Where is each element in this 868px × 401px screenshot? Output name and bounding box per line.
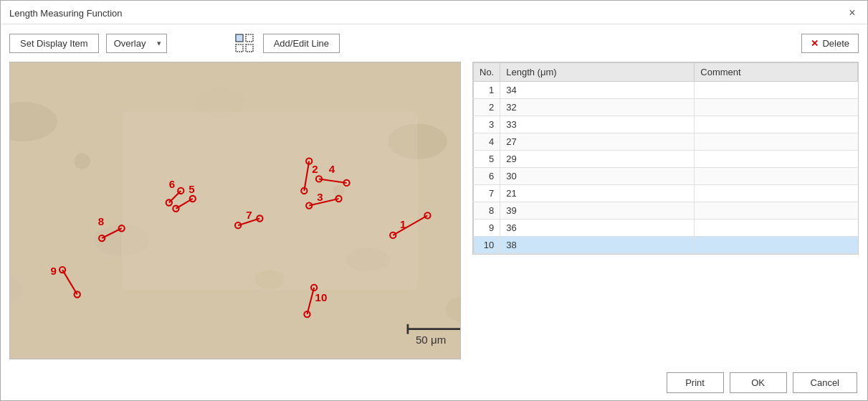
cell-comment — [695, 220, 858, 237]
toolbar: Set Display Item Overlay Original Add/Ed… — [1, 24, 867, 62]
table-row[interactable]: 630 — [474, 168, 858, 185]
delete-label: Delete — [822, 38, 849, 49]
table-row[interactable]: 427 — [474, 133, 858, 151]
add-edit-line-button[interactable]: Add/Edit Line — [263, 34, 340, 53]
cancel-button[interactable]: Cancel — [793, 372, 857, 393]
cell-length: 21 — [500, 185, 695, 202]
cell-no: 5 — [474, 151, 500, 168]
cell-no: 3 — [474, 116, 500, 133]
footer: Print OK Cancel — [1, 365, 867, 400]
microscope-image: 1 2 3 4 5 — [10, 62, 460, 359]
overlay-select[interactable]: Overlay Original — [106, 34, 167, 53]
cell-length: 30 — [500, 168, 695, 185]
cell-no: 8 — [474, 202, 500, 220]
cell-length: 36 — [500, 220, 695, 237]
table-row[interactable]: 936 — [474, 220, 858, 237]
title-bar: Length Measuring Function × — [1, 1, 867, 24]
set-display-button[interactable]: Set Display Item — [9, 34, 99, 53]
table-row[interactable]: 1038 — [474, 237, 858, 254]
svg-text:1: 1 — [400, 218, 406, 230]
col-header-no: No. — [474, 63, 500, 82]
cell-comment — [695, 82, 858, 99]
cell-comment — [695, 185, 858, 202]
cell-comment — [695, 237, 858, 254]
dialog-window: Length Measuring Function × Set Display … — [0, 0, 868, 401]
table-row[interactable]: 721 — [474, 185, 858, 202]
cell-length: 33 — [500, 116, 695, 133]
measurements-table: No. Length (μm) Comment 1342323334275296… — [473, 62, 858, 254]
cell-comment — [695, 202, 858, 220]
target-icon — [234, 33, 254, 53]
svg-rect-3 — [246, 44, 253, 52]
image-panel[interactable]: 1 2 3 4 5 — [9, 62, 461, 359]
cell-comment — [695, 168, 858, 185]
svg-text:50 μm: 50 μm — [416, 334, 446, 346]
close-button[interactable]: × — [846, 6, 859, 19]
svg-rect-2 — [236, 44, 243, 52]
table-row[interactable]: 134 — [474, 82, 858, 99]
target-icon-button[interactable] — [232, 30, 257, 56]
print-button[interactable]: Print — [667, 372, 724, 393]
svg-text:3: 3 — [317, 191, 323, 203]
cell-no: 10 — [474, 237, 500, 254]
table-row[interactable]: 839 — [474, 202, 858, 220]
delete-button[interactable]: ✕ Delete — [801, 34, 859, 53]
cell-comment — [695, 133, 858, 151]
cell-length: 34 — [500, 82, 695, 99]
table-header-row: No. Length (μm) Comment — [474, 63, 858, 82]
svg-text:6: 6 — [169, 178, 175, 190]
col-header-comment: Comment — [695, 63, 858, 82]
cell-comment — [695, 151, 858, 168]
cell-no: 9 — [474, 220, 500, 237]
svg-text:5: 5 — [189, 183, 194, 195]
toolbar-center: Add/Edit Line — [232, 30, 340, 56]
cell-length: 29 — [500, 151, 695, 168]
main-content: 1 2 3 4 5 — [1, 62, 867, 365]
cell-no: 7 — [474, 185, 500, 202]
svg-text:7: 7 — [246, 209, 252, 221]
delete-x-icon: ✕ — [811, 38, 819, 49]
cell-no: 1 — [474, 82, 500, 99]
cell-length: 39 — [500, 202, 695, 220]
window-title: Length Measuring Function — [9, 8, 123, 19]
data-panel: No. Length (μm) Comment 1342323334275296… — [472, 62, 859, 359]
cell-no: 4 — [474, 133, 500, 151]
svg-text:4: 4 — [329, 163, 335, 175]
cell-no: 2 — [474, 99, 500, 116]
table-row[interactable]: 232 — [474, 99, 858, 116]
table-row[interactable]: 333 — [474, 116, 858, 133]
ok-button[interactable]: OK — [730, 372, 787, 393]
col-header-length: Length (μm) — [500, 63, 695, 82]
table-row[interactable]: 529 — [474, 151, 858, 168]
cell-comment — [695, 99, 858, 116]
svg-text:9: 9 — [51, 265, 57, 277]
cell-comment — [695, 116, 858, 133]
overlay-select-wrapper[interactable]: Overlay Original — [106, 34, 167, 53]
svg-rect-4 — [236, 34, 243, 42]
svg-text:2: 2 — [312, 163, 318, 175]
svg-text:8: 8 — [98, 215, 104, 227]
svg-text:10: 10 — [315, 291, 328, 303]
cell-no: 6 — [474, 168, 500, 185]
cell-length: 38 — [500, 237, 695, 254]
svg-rect-1 — [246, 34, 253, 42]
svg-point-14 — [75, 154, 90, 169]
cell-length: 32 — [500, 99, 695, 116]
table-wrapper: No. Length (μm) Comment 1342323334275296… — [472, 62, 859, 255]
cell-length: 27 — [500, 133, 695, 151]
